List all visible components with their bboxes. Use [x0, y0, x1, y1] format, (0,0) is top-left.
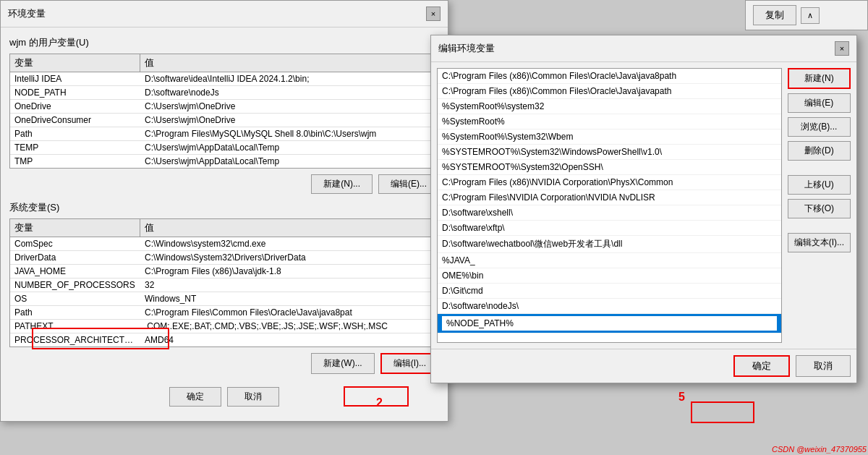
edit-dialog-bottom: 确定 取消 [431, 349, 856, 383]
path-table-row[interactable]: Path C:\Program Files\Common Files\Oracl… [10, 306, 438, 320]
user-row-5-val: C:\Users\wjm\AppData\Local\Temp [140, 141, 438, 154]
toolbar-strip: 复制 ∧ [745, 0, 868, 30]
sys-row-1-var: DriverData [10, 251, 140, 264]
env-variables-dialog: 环境变量 × wjm 的用户变量(U) 变量 值 IntelliJ IDEA D… [0, 0, 448, 422]
user-row-0-var: IntelliJ IDEA [10, 72, 140, 85]
system-section-label: 系统变量(S) [9, 201, 439, 214]
edit-ok-button[interactable]: 确定 [733, 355, 790, 377]
path-item[interactable]: C:\Program Files (x86)\Common Files\Orac… [438, 84, 781, 99]
path-item[interactable]: D:\software\xshell\ [438, 205, 781, 221]
user-row-1-val: D:\software\nodeJs [140, 86, 438, 99]
path-item[interactable]: D:\software\nodeJs\ [438, 299, 781, 314]
user-row-6-var: TMP [10, 155, 140, 168]
user-row-3-var: OneDriveConsumer [10, 114, 140, 127]
path-item[interactable]: C:\Program Files\NVIDIA Corporation\NVID… [438, 190, 781, 205]
system-variables-table: 变量 值 ComSpec C:\Windows\system32\cmd.exe… [9, 218, 439, 347]
table-row[interactable]: PROCESSOR_ARCHITECTURE AMD64 [10, 333, 438, 346]
user-table-header: 变量 值 [10, 54, 438, 72]
table-row[interactable]: IntelliJ IDEA D:\software\idea\IntelliJ … [10, 72, 438, 86]
number-label-5: 5 [678, 391, 685, 404]
browse-path-button[interactable]: 浏览(B)... [788, 117, 851, 137]
path-item[interactable]: C:\Program Files (x86)\NVIDIA Corporatio… [438, 175, 781, 190]
edit-text-button[interactable]: 编辑文本(I)... [788, 233, 851, 252]
table-row[interactable]: OS Windows_NT [10, 292, 438, 306]
path-item[interactable]: %SYSTEMROOT%\System32\OpenSSH\ [438, 160, 781, 175]
table-row[interactable]: ComSpec C:\Windows\system32\cmd.exe [10, 237, 438, 251]
system-buttons-row: 新建(W)... 编辑(I)... [9, 353, 439, 374]
path-item[interactable]: D:\software\wechatbool\微信web开发者工具\dll [438, 236, 781, 253]
number-label-2: 2 [376, 396, 383, 409]
edit-path-button[interactable]: 编辑(E) [788, 93, 851, 113]
move-up-button[interactable]: 上移(U) [788, 175, 851, 195]
side-buttons: 新建(N) 编辑(E) 浏览(B)... 删除(D) 上移(U) 下移(O) 编… [788, 62, 856, 349]
collapse-button[interactable]: ∧ [801, 7, 820, 24]
sys-row-2-var: JAVA_HOME [10, 265, 140, 278]
sys-row-0-val: C:\Windows\system32\cmd.exe [140, 237, 438, 250]
user-new-button[interactable]: 新建(N)... [311, 174, 373, 194]
path-item[interactable]: C:\Program Files (x86)\Common Files\Orac… [438, 69, 781, 84]
sys-row-7-var: PROCESSOR_ARCHITECTURE [10, 333, 140, 346]
env-dialog-close[interactable]: × [426, 7, 441, 21]
user-header-val: 值 [140, 54, 438, 72]
env-dialog-body: wjm 的用户变量(U) 变量 值 IntelliJ IDEA D:\softw… [1, 27, 448, 421]
env-dialog-bottom-buttons: 确定 取消 [9, 381, 439, 412]
path-item[interactable]: D:\Git\cmd [438, 284, 781, 299]
user-section-label: wjm 的用户变量(U) [9, 36, 439, 49]
new-path-button[interactable]: 新建(N) [788, 68, 851, 89]
path-edit-input[interactable] [442, 316, 777, 331]
copy-button[interactable]: 复制 [753, 5, 796, 25]
user-variables-table: 变量 值 IntelliJ IDEA D:\software\idea\Inte… [9, 54, 439, 169]
user-buttons-row: 新建(N)... 编辑(E)... [9, 174, 439, 194]
system-new-button[interactable]: 新建(W)... [311, 353, 374, 374]
table-row[interactable]: Path C:\Program Files\MySQL\MySQL Shell … [10, 127, 438, 141]
user-row-2-val: C:\Users\wjm\OneDrive [140, 100, 438, 113]
sys-row-7-val: AMD64 [140, 333, 438, 346]
sys-row-3-val: 32 [140, 278, 438, 292]
user-row-4-var: Path [10, 127, 140, 140]
sys-row-0-var: ComSpec [10, 237, 140, 250]
env-dialog-titlebar: 环境变量 × [1, 1, 448, 27]
path-item[interactable]: %SystemRoot%\system32 [438, 99, 781, 114]
edit-ok-outline [691, 401, 754, 423]
path-item[interactable]: %SYSTEMROOT%\System32\WindowsPowerShell\… [438, 145, 781, 160]
env-cancel-button[interactable]: 取消 [227, 387, 279, 407]
user-header-var: 变量 [10, 54, 140, 72]
table-row[interactable]: JAVA_HOME C:\Program Files (x86)\Java\jd… [10, 265, 438, 278]
edit-cancel-button[interactable]: 取消 [796, 355, 851, 377]
user-row-6-val: C:\Users\wjm\AppData\Local\Temp [140, 155, 438, 168]
sys-row-2-val: C:\Program Files (x86)\Java\jdk-1.8 [140, 265, 438, 278]
sys-row-6-val: .COM;.EXE;.BAT;.CMD;.VBS;.VBE;.JS;.JSE;.… [140, 320, 438, 333]
table-row[interactable]: NODE_PATH D:\software\nodeJs [10, 86, 438, 100]
sys-row-6-var: PATHEXT [10, 320, 140, 333]
edit-dialog-close[interactable]: × [835, 41, 849, 56]
watermark: CSDN @weixin_47370955 [772, 445, 867, 454]
system-header-var: 变量 [10, 219, 140, 237]
path-item[interactable]: D:\software\xftp\ [438, 221, 781, 236]
path-list[interactable]: C:\Program Files (x86)\Common Files\Orac… [437, 68, 782, 343]
table-row[interactable]: TMP C:\Users\wjm\AppData\Local\Temp [10, 155, 438, 168]
edit-dialog-title: 编辑环境变量 [438, 42, 495, 55]
sys-row-3-var: NUMBER_OF_PROCESSORS [10, 278, 140, 292]
table-row[interactable]: OneDrive C:\Users\wjm\OneDrive [10, 100, 438, 114]
user-row-3-val: C:\Users\wjm\OneDrive [140, 114, 438, 127]
env-ok-button[interactable]: 确定 [169, 387, 221, 407]
delete-path-button[interactable]: 删除(D) [788, 141, 851, 161]
path-item[interactable]: %SystemRoot%\System32\Wbem [438, 129, 781, 145]
path-item[interactable]: %SystemRoot% [438, 114, 781, 129]
table-row[interactable]: DriverData C:\Windows\System32\Drivers\D… [10, 251, 438, 265]
table-row[interactable]: TEMP C:\Users\wjm\AppData\Local\Temp [10, 141, 438, 155]
path-item[interactable]: %JAVA_ [438, 253, 781, 268]
sys-row-5-var: Path [10, 306, 140, 319]
edit-dialog-body: C:\Program Files (x86)\Common Files\Orac… [431, 62, 856, 349]
table-row[interactable]: OneDriveConsumer C:\Users\wjm\OneDrive [10, 114, 438, 127]
move-down-button[interactable]: 下移(O) [788, 199, 851, 218]
sys-row-4-var: OS [10, 292, 140, 305]
user-row-2-var: OneDrive [10, 100, 140, 113]
sys-row-5-val: C:\Program Files\Common Files\Oracle\Jav… [140, 306, 438, 319]
table-row[interactable]: PATHEXT .COM;.EXE;.BAT;.CMD;.VBS;.VBE;.J… [10, 320, 438, 333]
user-row-0-val: D:\software\idea\IntelliJ IDEA 2024.1.2\… [140, 72, 438, 85]
table-row[interactable]: NUMBER_OF_PROCESSORS 32 [10, 278, 438, 292]
system-header-val: 值 [140, 219, 438, 237]
path-item[interactable]: OME%\bin [438, 268, 781, 284]
path-item-selected[interactable] [438, 314, 781, 333]
